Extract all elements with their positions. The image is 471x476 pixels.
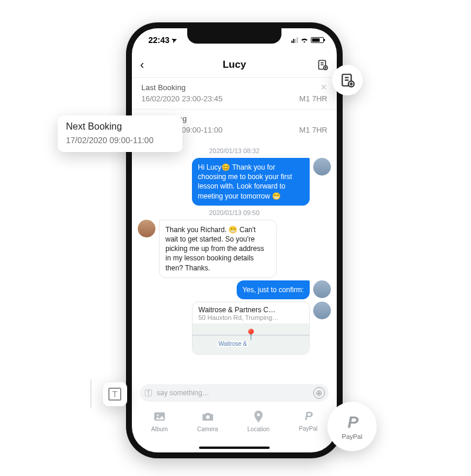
message-placeholder: say something… <box>157 389 209 397</box>
callout-next-booking[interactable]: Next Booking 17/02/2020 09:00-11:00 <box>58 115 183 152</box>
wifi-icon <box>300 36 309 45</box>
message-row-outgoing-2: Yes, just to confirm: <box>138 280 331 299</box>
paypal-icon: P <box>347 413 357 432</box>
chat-header: ‹ Lucy <box>132 52 337 78</box>
callout-paypal-label: PayPal <box>342 433 363 440</box>
message-bubble[interactable]: Yes, just to confirm: <box>237 280 310 299</box>
avatar-richard[interactable] <box>313 158 331 176</box>
message-row-location: Waitrose & Partners C… 50 Hauxton Rd, Tr… <box>138 302 331 355</box>
map-pin-icon: 📍 <box>244 329 257 342</box>
action-album-label: Album <box>151 426 168 432</box>
battery-icon <box>311 37 324 43</box>
avatar-richard[interactable] <box>313 302 331 319</box>
action-paypal[interactable]: P PayPal <box>298 409 317 432</box>
callout-note-add[interactable] <box>332 65 363 95</box>
callout-next-booking-label: Next Booking <box>66 121 174 132</box>
chat-title: Lucy <box>158 59 311 71</box>
paypal-icon: P <box>305 409 311 423</box>
text-format-icon: T <box>108 388 121 401</box>
note-add-icon <box>340 72 355 88</box>
add-attachment-button[interactable]: ⊕ <box>313 387 325 399</box>
timestamp-2: 2020/01/13 09:50 <box>138 209 331 216</box>
booking-last-label: Last Booking <box>141 83 185 92</box>
camera-icon <box>201 409 215 424</box>
home-indicator[interactable] <box>199 447 270 449</box>
album-icon <box>152 409 167 424</box>
callout-next-booking-time: 17/02/2020 09:00-11:00 <box>66 135 174 145</box>
action-camera-label: Camera <box>197 426 218 432</box>
signal-bars-icon <box>291 37 298 43</box>
back-button[interactable]: ‹ <box>140 58 158 71</box>
location-icon <box>251 409 266 424</box>
message-composer: T say something… ⊕ <box>132 381 337 405</box>
chat-thread: 2020/01/13 08:32 Hi Lucy😊 Thank you for … <box>132 140 337 357</box>
avatar-lucy[interactable] <box>138 220 155 237</box>
message-bubble[interactable]: Hi Lucy😊 Thank you for choosing me to bo… <box>192 158 310 206</box>
message-row-outgoing-1: Hi Lucy😊 Thank you for choosing me to bo… <box>138 158 331 206</box>
booking-last-time: 16/02/2020 23:00-23:45 <box>141 94 223 103</box>
callout-text-format[interactable]: T <box>102 382 127 406</box>
location-map-preview[interactable]: Waitrose & 📍 <box>193 323 309 354</box>
phone-screen: 22:43 ➤ ‹ Lucy <box>132 28 337 452</box>
avatar-richard[interactable] <box>313 280 331 298</box>
location-card[interactable]: Waitrose & Partners C… 50 Hauxton Rd, Tr… <box>192 302 310 355</box>
message-input[interactable]: T say something… <box>140 384 329 402</box>
status-time: 22:43 <box>148 35 170 45</box>
booking-next-code: M1 7HR <box>299 125 327 134</box>
map-poi-label: Waitrose & <box>217 341 248 347</box>
svg-point-9 <box>257 414 260 416</box>
booking-last[interactable]: Last Booking ✕ 16/02/2020 23:00-23:45 M1… <box>132 78 337 109</box>
location-title: Waitrose & Partners C… <box>198 306 303 314</box>
booking-last-code: M1 7HR <box>299 94 327 103</box>
callout-paypal[interactable]: P PayPal <box>327 402 377 451</box>
location-arrow-icon: ➤ <box>171 35 178 44</box>
action-paypal-label: PayPal <box>298 425 317 432</box>
phone-notch <box>187 28 281 44</box>
location-subtitle: 50 Hauxton Rd, Trumping… <box>198 314 303 321</box>
phone-frame: 22:43 ➤ ‹ Lucy <box>126 22 343 458</box>
action-album[interactable]: Album <box>151 409 168 432</box>
action-location-label: Location <box>247 426 270 432</box>
note-add-button[interactable] <box>311 59 329 71</box>
callout-divider <box>91 379 91 408</box>
action-location[interactable]: Location <box>247 409 270 432</box>
message-bubble[interactable]: Thank you Richard. 😁 Can't wait to get s… <box>159 220 277 278</box>
attachment-actions: Album Camera Location P PayPal <box>132 405 337 443</box>
action-camera[interactable]: Camera <box>197 409 218 432</box>
text-format-icon[interactable]: T <box>145 389 152 396</box>
svg-point-7 <box>157 415 158 416</box>
dismiss-booking-icon[interactable]: ✕ <box>320 82 327 92</box>
message-row-incoming-1: Thank you Richard. 😁 Can't wait to get s… <box>138 220 331 278</box>
svg-point-8 <box>206 415 210 419</box>
